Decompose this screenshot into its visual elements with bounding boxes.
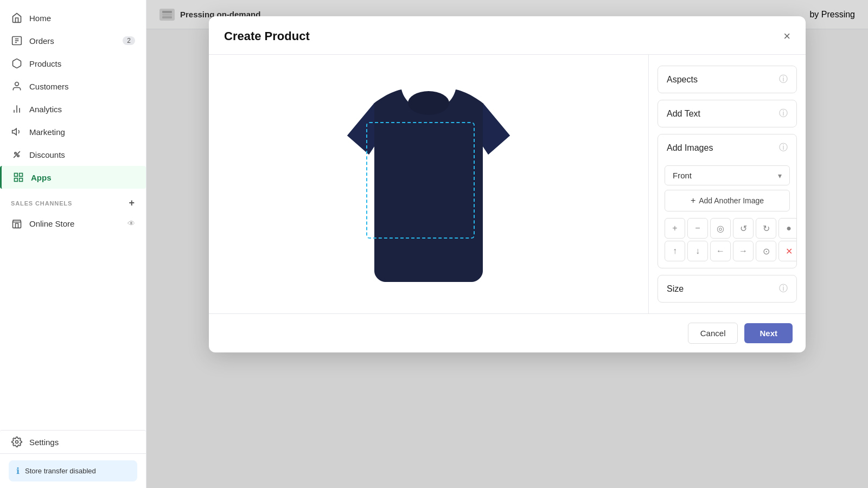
products-icon <box>11 57 23 69</box>
modal-close-button[interactable]: × <box>783 30 790 42</box>
home-icon <box>11 12 23 24</box>
aspects-header[interactable]: Aspects ⓘ <box>658 66 796 93</box>
svg-marker-8 <box>12 129 17 135</box>
svg-rect-15 <box>20 178 23 182</box>
target-icon[interactable]: ⊙ <box>756 241 776 261</box>
add-text-header[interactable]: Add Text ⓘ <box>658 100 796 127</box>
sidebar-item-home[interactable]: Home <box>0 7 146 29</box>
sales-channels-label: SALES CHANNELS <box>11 200 72 207</box>
sidebar-item-analytics-label: Analytics <box>29 105 62 114</box>
modal-overlay: Create Product × <box>146 0 868 488</box>
svg-rect-14 <box>15 178 18 182</box>
sidebar-item-orders-label: Orders <box>29 36 54 46</box>
size-label: Size <box>667 284 684 294</box>
rotate-right-icon[interactable]: ↻ <box>756 218 776 239</box>
customers-icon <box>11 80 23 92</box>
move-left-icon[interactable]: ← <box>710 241 731 261</box>
add-images-label: Add Images <box>667 143 713 153</box>
create-product-modal: Create Product × <box>209 16 806 352</box>
size-info-icon: ⓘ <box>779 283 788 294</box>
sidebar-item-marketing[interactable]: Marketing <box>0 120 146 143</box>
settings-icon <box>11 436 23 448</box>
sidebar-item-products[interactable]: Products <box>0 52 146 75</box>
zoom-out-icon[interactable]: − <box>687 218 708 239</box>
add-images-section: Add Images ⓘ Front ▾ + Add Another Image <box>658 134 797 268</box>
sidebar-item-analytics[interactable]: Analytics <box>0 98 146 120</box>
add-sales-channel-icon[interactable]: + <box>129 197 135 209</box>
settings-label: Settings <box>29 438 59 447</box>
cancel-button[interactable]: Cancel <box>688 323 738 344</box>
analytics-icon <box>11 103 23 115</box>
online-store-label: Online Store <box>29 219 74 228</box>
add-images-info-icon: ⓘ <box>779 142 788 153</box>
svg-rect-12 <box>15 174 18 177</box>
store-transfer-box: ℹ Store transfer disabled <box>9 460 137 481</box>
sidebar-item-discounts[interactable]: Discounts <box>0 143 146 166</box>
sidebar-item-settings[interactable]: Settings <box>0 430 146 453</box>
sales-channels-section: SALES CHANNELS + <box>0 189 146 212</box>
add-images-header[interactable]: Add Images ⓘ <box>658 134 796 161</box>
right-panel: Aspects ⓘ Add Text ⓘ Add <box>648 55 806 313</box>
svg-point-9 <box>15 152 16 154</box>
aspects-label: Aspects <box>667 75 698 85</box>
discounts-icon <box>11 149 23 160</box>
sidebar-item-marketing-label: Marketing <box>29 127 65 137</box>
modal-body: Aspects ⓘ Add Text ⓘ Add <box>209 55 806 313</box>
product-preview-area <box>209 55 648 313</box>
sidebar-item-home-label: Home <box>29 14 51 23</box>
rotate-left-icon[interactable]: ↺ <box>733 218 754 239</box>
orders-badge: 2 <box>123 36 135 45</box>
sidebar-item-customers[interactable]: Customers <box>0 75 146 98</box>
center-icon[interactable]: ◎ <box>710 218 731 239</box>
sidebar-item-online-store[interactable]: Online Store 👁 <box>0 212 146 235</box>
tshirt-preview <box>326 70 532 298</box>
info-icon: ℹ <box>16 466 20 476</box>
size-section: Size ⓘ <box>658 275 797 303</box>
store-transfer-label: Store transfer disabled <box>25 467 96 475</box>
aspects-info-icon: ⓘ <box>779 74 788 85</box>
sidebar-item-apps[interactable]: Apps <box>0 166 146 189</box>
svg-point-4 <box>15 82 19 86</box>
svg-point-10 <box>17 155 19 157</box>
move-down-icon[interactable]: ↓ <box>687 241 708 261</box>
sidebar: Home Orders 2 Products Customers <box>0 0 146 488</box>
svg-point-20 <box>408 91 449 115</box>
svg-rect-13 <box>20 174 23 177</box>
modal-title: Create Product <box>224 29 310 43</box>
next-button[interactable]: Next <box>744 323 793 343</box>
marketing-icon <box>11 126 23 138</box>
move-right-icon[interactable]: → <box>733 241 754 261</box>
plus-icon: + <box>691 196 695 206</box>
orders-icon <box>11 35 23 47</box>
add-another-image-button[interactable]: + Add Another Image <box>665 190 790 211</box>
store-icon <box>11 217 23 229</box>
dropdown-selected-label: Front <box>673 171 692 180</box>
add-text-section: Add Text ⓘ <box>658 100 797 127</box>
sidebar-item-apps-label: Apps <box>31 173 52 182</box>
add-text-label: Add Text <box>667 109 700 119</box>
apps-icon <box>12 171 24 183</box>
zoom-in-icon[interactable]: + <box>665 218 685 239</box>
delete-icon[interactable]: ✕ <box>778 241 797 261</box>
main-content: Pressing on-demand by Pressing Create Pr… <box>146 0 868 488</box>
aspects-section: Aspects ⓘ <box>658 66 797 93</box>
front-back-dropdown[interactable]: Front ▾ <box>665 165 790 185</box>
move-up-icon[interactable]: ↑ <box>665 241 685 261</box>
sidebar-item-customers-label: Customers <box>29 82 69 91</box>
sidebar-footer: ℹ Store transfer disabled <box>0 453 146 488</box>
add-another-image-label: Add Another Image <box>699 196 764 205</box>
sidebar-item-discounts-label: Discounts <box>29 150 65 159</box>
modal-header: Create Product × <box>209 16 806 55</box>
modal-footer: Cancel Next <box>209 313 806 352</box>
sidebar-item-products-label: Products <box>29 59 61 68</box>
eye-icon[interactable]: 👁 <box>127 219 135 228</box>
size-header[interactable]: Size ⓘ <box>658 275 796 302</box>
sidebar-item-orders[interactable]: Orders 2 <box>0 29 146 52</box>
chevron-down-icon: ▾ <box>778 171 782 180</box>
sidebar-nav: Home Orders 2 Products Customers <box>0 0 146 430</box>
svg-point-16 <box>16 441 18 444</box>
image-selection-box[interactable] <box>366 122 475 239</box>
image-tool-grid: + − ◎ ↺ ↻ ● ↑ ↓ ← → ⊙ ✕ <box>665 218 790 261</box>
add-text-info-icon: ⓘ <box>779 108 788 119</box>
circle-fill-icon[interactable]: ● <box>778 218 797 239</box>
